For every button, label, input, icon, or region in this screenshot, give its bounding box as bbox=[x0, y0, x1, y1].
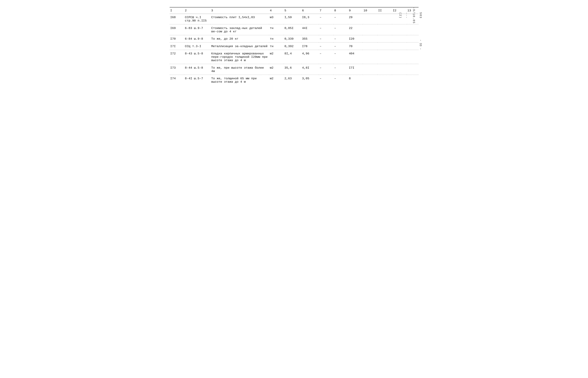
row-description: Кладка кирпичных армированных пере-город… bbox=[211, 50, 269, 64]
row-description: Стоимость заклад-ных деталей ве-сом до 4… bbox=[211, 25, 269, 35]
row-col10 bbox=[363, 14, 377, 24]
row-col5: 35,6 bbox=[284, 64, 301, 75]
row-col8: – bbox=[334, 35, 348, 42]
row-unit: тн bbox=[269, 25, 284, 35]
header-col3: 3 bbox=[211, 7, 269, 14]
header-col11: II bbox=[377, 7, 392, 14]
row-ref: 8-4I ш.5-7 bbox=[184, 75, 211, 85]
row-unit: м3 bbox=[269, 14, 284, 24]
table-row: I728-43 ш.5-8Кладка кирпичных армированн… bbox=[170, 50, 419, 64]
header-col9: 9 bbox=[348, 7, 363, 14]
row-description: То же, толщиной 65 мм при высоте этажа д… bbox=[211, 75, 269, 85]
row-id: I70 bbox=[170, 35, 184, 42]
header-col5: 5 bbox=[284, 7, 301, 14]
row-col10 bbox=[363, 25, 377, 35]
row-col7: – bbox=[319, 75, 333, 85]
row-col8: – bbox=[334, 25, 348, 35]
row-unit: тн bbox=[269, 43, 284, 50]
row-col10 bbox=[363, 50, 377, 64]
row-col8: – bbox=[334, 50, 348, 64]
row-col12 bbox=[392, 35, 407, 42]
row-id: I69 bbox=[170, 25, 184, 35]
side-label-top: 503 bbox=[419, 12, 422, 18]
row-col9: 404 bbox=[348, 50, 363, 64]
row-col6: I78 bbox=[301, 43, 319, 50]
row-unit: тн bbox=[269, 35, 284, 42]
table-row: I7IССЦ т.3-IМеталлизация за-кладных дета… bbox=[170, 43, 419, 50]
table-row: I68СCРСШ ч.I стр.90 п.II5Стоимость плит … bbox=[170, 14, 419, 24]
header-col1: I bbox=[170, 7, 184, 14]
header-col8: 8 bbox=[334, 7, 348, 14]
row-id: I68 bbox=[170, 14, 184, 24]
row-col9: I7I bbox=[348, 64, 363, 75]
row-col10 bbox=[363, 64, 377, 75]
header-col10: 10 bbox=[363, 7, 377, 14]
row-ref: 8-43 ш.5-8 bbox=[184, 50, 211, 64]
row-col7: – bbox=[319, 43, 333, 50]
side-labels-right: 503 -9/10.85 ... (2) bbox=[399, 7, 422, 24]
row-col7: – bbox=[319, 14, 333, 24]
row-col5: I,59 bbox=[284, 14, 301, 24]
side-label-dots: ... bbox=[405, 12, 409, 18]
row-description: Стоимость плит I,54хI,03 bbox=[211, 14, 269, 24]
row-col7: – bbox=[319, 50, 333, 64]
row-description: То же, при высоте этажа более 4м bbox=[211, 64, 269, 75]
row-col10 bbox=[363, 75, 377, 85]
row-col8: – bbox=[334, 75, 348, 85]
row-col13 bbox=[407, 43, 419, 50]
side-label-date: -9/10.85 bbox=[412, 7, 415, 24]
row-col13 bbox=[407, 50, 419, 64]
row-ref: 8-44 ш.5-8 bbox=[184, 64, 211, 75]
row-col6: 4,8I bbox=[301, 64, 319, 75]
row-col11 bbox=[377, 35, 392, 42]
table-header: I 2 3 4 5 6 7 8 9 10 II I2 13 bbox=[170, 7, 419, 14]
row-col7: – bbox=[319, 25, 333, 35]
header-col2: 2 bbox=[184, 7, 211, 14]
row-description: То же, до 20 кг bbox=[211, 35, 269, 42]
table-row: I748-4I ш.5-7То же, толщиной 65 мм при в… bbox=[170, 75, 419, 85]
main-table: I 2 3 4 5 6 7 8 9 10 II I2 13 I68СCРСШ ч… bbox=[170, 7, 419, 85]
row-ref: ССЦ т.3-I bbox=[184, 43, 211, 50]
header-col6: 6 bbox=[301, 7, 319, 14]
row-col8: – bbox=[334, 14, 348, 24]
row-col13 bbox=[407, 25, 419, 35]
row-col11 bbox=[377, 25, 392, 35]
row-col6: 44I bbox=[301, 25, 319, 35]
row-col9: 29 bbox=[348, 14, 363, 24]
row-col12 bbox=[392, 50, 407, 64]
row-col10 bbox=[363, 35, 377, 42]
table-row: I706-84 ш.9-8То же, до 20 кгтн0,339355––… bbox=[170, 35, 419, 42]
row-col12 bbox=[392, 43, 407, 50]
row-ref: 6-84 ш.9-8 bbox=[184, 35, 211, 42]
row-col9: 70 bbox=[348, 43, 363, 50]
table-row: I738-44 ш.5-8То же, при высоте этажа бол… bbox=[170, 64, 419, 75]
row-col10 bbox=[363, 43, 377, 50]
row-col9: I20 bbox=[348, 35, 363, 42]
row-col11 bbox=[377, 50, 392, 64]
row-col7: – bbox=[319, 64, 333, 75]
row-col13 bbox=[407, 35, 419, 42]
row-col5: 2,63 bbox=[284, 75, 301, 85]
row-id: I73 bbox=[170, 64, 184, 75]
side-label-bottom: - 33 - bbox=[419, 40, 422, 50]
side-label-paren: (2) bbox=[399, 12, 402, 18]
row-id: I74 bbox=[170, 75, 184, 85]
row-col11 bbox=[377, 64, 392, 75]
row-col5: 0,392 bbox=[284, 43, 301, 50]
row-col11 bbox=[377, 43, 392, 50]
header-col4: 4 bbox=[269, 7, 284, 14]
row-col12 bbox=[392, 64, 407, 75]
row-col6: 4,96 bbox=[301, 50, 319, 64]
header-col7: 7 bbox=[319, 7, 333, 14]
row-col8: – bbox=[334, 64, 348, 75]
row-col13 bbox=[407, 75, 419, 85]
row-col5: 8I,4 bbox=[284, 50, 301, 64]
row-id: I7I bbox=[170, 43, 184, 50]
row-col6: 3,05 bbox=[301, 75, 319, 85]
row-id: I72 bbox=[170, 50, 184, 64]
row-description: Металлизация за-кладных деталей bbox=[211, 43, 269, 50]
row-col11 bbox=[377, 14, 392, 24]
row-col9: 8 bbox=[348, 75, 363, 85]
row-col5: 0,05I bbox=[284, 25, 301, 35]
row-ref: 6-83 ш.9-7 bbox=[184, 25, 211, 35]
